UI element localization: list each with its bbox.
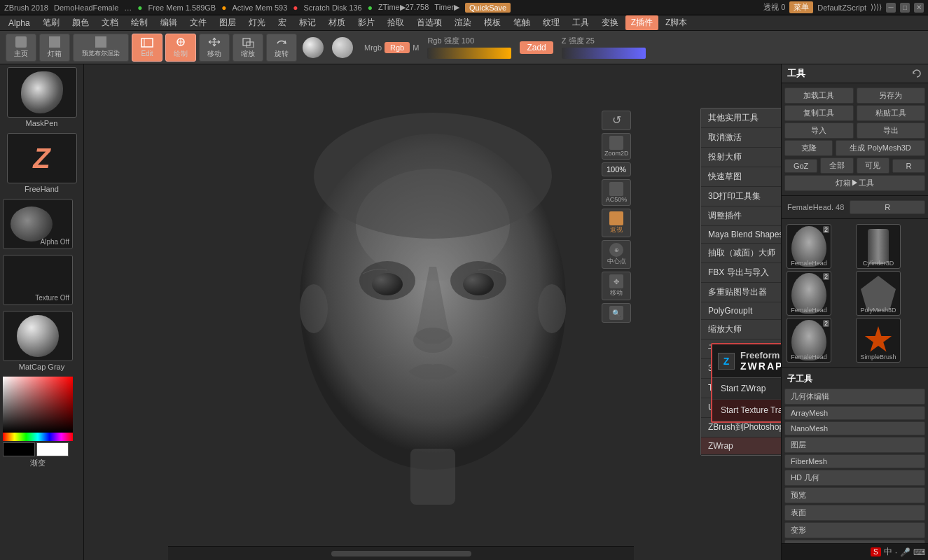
rgb-intensity-bar[interactable] [427,48,511,59]
subtool-simplebrush[interactable]: SimpleBrush [856,318,901,363]
menu-material[interactable]: 材质 [323,15,351,30]
layers-btn[interactable]: 图层 [784,437,925,453]
rotate-btn[interactable]: 旋转 [266,34,297,62]
menu-layer[interactable]: 图层 [214,15,242,30]
texture-section[interactable]: Texture Off [3,255,81,305]
subtool-polymesh[interactable]: PolyMesh3D [856,271,901,316]
color-hue-slider[interactable] [3,433,73,441]
lightbox-btn[interactable]: 灯箱 [39,34,70,62]
material-sphere[interactable] [303,37,324,58]
script-label: DefaultZScript [817,4,866,12]
matcap-section[interactable]: MatCap Gray [3,311,81,371]
menu-brush[interactable]: 笔刷 [37,15,65,30]
subtool-femalehead-1[interactable]: 2 FemaleHead [787,224,831,269]
brush-maskpen[interactable]: MaskPen [7,67,77,127]
menu-alpha[interactable]: Alpha [3,17,36,29]
deformation-btn[interactable]: 变形 [784,522,925,538]
menu-draw[interactable]: 绘制 [125,15,153,30]
minimize-btn[interactable]: ─ [886,3,896,13]
menu-movie[interactable]: 影片 [352,15,380,30]
menu-transform[interactable]: 变换 [596,15,624,30]
r-tool-btn[interactable]: R [850,200,925,214]
input-s-btn[interactable]: S [871,547,881,556]
subtool-femalehead-3[interactable]: 2 FemaleHead [787,318,831,363]
head-canvas[interactable] [237,113,629,512]
ac50-btn[interactable]: AC50% [602,179,631,206]
search-btn[interactable]: 🔍 [602,303,631,323]
lightbox-tool-btn[interactable]: 灯箱▶工具 [784,175,925,191]
paste-tool-btn[interactable]: 粘贴工具 [857,105,926,121]
alpha-section[interactable]: Alpha Off [3,199,81,249]
brush-freehand[interactable]: Z FreeHand [7,133,77,193]
menu-document[interactable]: 文档 [96,15,124,30]
color-sphere[interactable] [332,37,353,58]
canvas-move-btn[interactable]: ✥ 移动 [602,272,631,300]
refresh-icon[interactable] [911,68,922,79]
preview-btn-right[interactable]: 预览 [784,487,925,503]
canvas-background[interactable] [84,64,781,560]
refresh-icon: ↺ [609,113,623,127]
menu-color[interactable]: 颜色 [67,15,95,30]
menu-light[interactable]: 灯光 [243,15,271,30]
scale-btn[interactable]: 缩放 [233,34,263,62]
load-tool-btn[interactable]: 加载工具 [784,88,854,104]
menu-prefs[interactable]: 首选项 [411,15,448,30]
subtool-femalehead-2[interactable]: 2 FemaleHead [787,271,831,316]
menu-edit[interactable]: 编辑 [155,15,183,30]
canvas-scroll-bar[interactable] [168,546,634,560]
menu-texture[interactable]: 纹理 [537,15,565,30]
fibermesh-btn[interactable]: FiberMesh [784,454,925,468]
zadd-btn[interactable]: Zadd [520,41,553,54]
subtool-cylinder[interactable]: Cylinder3D [856,224,901,269]
visible-btn[interactable]: 可见 [857,158,889,174]
make-polymesh-btn[interactable]: 生成 PolyMesh3D [836,140,925,156]
canvas-scrollbar[interactable] [331,551,471,556]
hd-geometry-btn[interactable]: HD 几何 [784,470,925,486]
nano-mesh-btn[interactable]: NanoMesh [784,421,925,435]
restore-btn[interactable]: □ [900,3,910,13]
center-btn[interactable]: ⊕ 中心点 [602,240,631,269]
draw-btn[interactable]: 绘制 [165,34,196,62]
menu-zplugin[interactable]: Z插件 [625,15,658,30]
menu-btn[interactable]: 菜单 [789,1,813,13]
menu-macro[interactable]: 宏 [272,15,292,30]
all-btn[interactable]: 全部 [820,158,853,174]
export-btn[interactable]: 导出 [857,122,926,139]
reverse-btn[interactable]: 返视 [602,209,631,237]
menu-template[interactable]: 模板 [478,15,506,30]
menu-zscript[interactable]: Z脚本 [660,15,693,30]
preview-btn[interactable]: 预览布尔渲染 [73,34,129,62]
menu-render[interactable]: 渲染 [449,15,477,30]
mrgb-label: Mrgb [364,43,382,52]
rgb-btn[interactable]: Rgb [385,42,410,53]
refresh-btn[interactable]: ↺ [602,111,631,130]
color-picker[interactable]: 渐变 [3,377,73,468]
array-mesh-btn[interactable]: ArrayMesh [784,406,925,420]
swatch-white[interactable] [36,442,69,456]
menu-stroke[interactable]: 笔触 [508,15,536,30]
z-intensity-bar[interactable] [562,48,646,59]
swatch-black[interactable] [3,442,35,456]
r-btn[interactable]: R [892,159,925,173]
home-btn[interactable]: 主页 [6,34,36,62]
clone-btn[interactable]: 克隆 [784,140,833,156]
menu-marker[interactable]: 标记 [293,15,321,30]
menu-file[interactable]: 文件 [184,15,212,30]
close-btn[interactable]: ✕ [914,3,924,13]
zoom2d-btn[interactable]: Zoom2D [602,133,631,160]
geometry-edit-btn[interactable]: 几何体编辑 [784,388,925,405]
copy-tool-btn[interactable]: 复制工具 [784,105,854,121]
edit-btn[interactable]: Edit [132,34,162,62]
menu-pick[interactable]: 拾取 [382,15,410,30]
goz-btn[interactable]: GoZ [784,159,817,173]
quicksave-btn[interactable]: QuickSave [465,3,511,13]
zoom-pct-btn[interactable]: 100% [602,162,631,176]
menu-tool[interactable]: 工具 [567,15,595,30]
save-as-btn[interactable]: 另存为 [857,88,926,104]
freehand-shape: Z [21,137,63,179]
surface-btn[interactable]: 表面 [784,505,925,521]
import-btn[interactable]: 导入 [784,122,854,139]
clone-row: 克隆 生成 PolyMesh3D [784,140,925,156]
move-btn[interactable]: 移动 [199,34,230,62]
color-gradient[interactable] [3,377,73,433]
